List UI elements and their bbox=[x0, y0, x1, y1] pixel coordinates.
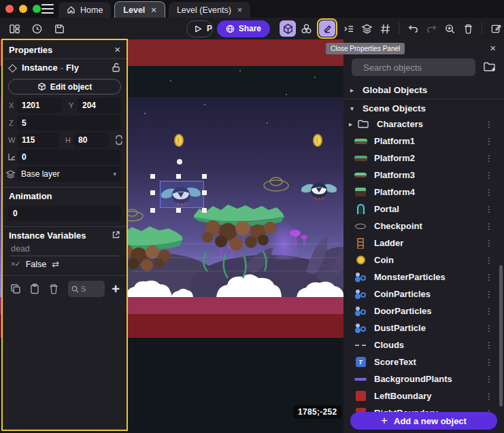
object-groups-icon[interactable] bbox=[298, 20, 314, 37]
selection-handle[interactable] bbox=[176, 174, 181, 179]
width-input[interactable] bbox=[17, 133, 58, 148]
object-row[interactable]: CoinParticles ⋮ bbox=[343, 285, 504, 302]
kebab-menu-icon[interactable]: ⋮ bbox=[485, 256, 493, 265]
group-global-objects[interactable]: ▸ Global Objects bbox=[343, 82, 504, 98]
grid-icon[interactable] bbox=[377, 20, 393, 37]
hamburger-menu-icon[interactable] bbox=[41, 4, 54, 14]
delete-trash-icon[interactable] bbox=[460, 20, 476, 37]
tab-level[interactable]: Level × bbox=[114, 1, 165, 18]
open-variables-editor-icon[interactable] bbox=[112, 230, 120, 239]
panels-layout-icon[interactable] bbox=[6, 20, 22, 37]
object-row[interactable]: Platform3 ⋮ bbox=[343, 167, 504, 184]
object-row[interactable]: Platform1 ⋮ bbox=[343, 133, 504, 150]
kebab-menu-icon[interactable]: ⋮ bbox=[485, 392, 493, 401]
add-folder-icon[interactable] bbox=[483, 60, 497, 73]
undo-icon[interactable] bbox=[405, 20, 421, 37]
kebab-menu-icon[interactable]: ⋮ bbox=[485, 358, 493, 367]
fly-instance[interactable] bbox=[301, 179, 337, 202]
selection-handle[interactable] bbox=[202, 208, 207, 213]
variables-search-input[interactable] bbox=[81, 285, 97, 293]
object-row[interactable]: LeftBoundary ⋮ bbox=[343, 387, 504, 404]
close-panel-icon[interactable]: × bbox=[490, 42, 496, 54]
objects-3d-icon[interactable] bbox=[280, 20, 296, 37]
object-row[interactable]: DoorParticles ⋮ bbox=[343, 302, 504, 319]
object-row[interactable]: DustParticle ⋮ bbox=[343, 319, 504, 336]
scrollbar[interactable] bbox=[499, 265, 503, 406]
history-icon[interactable] bbox=[29, 20, 45, 37]
kebab-menu-icon[interactable]: ⋮ bbox=[485, 205, 493, 214]
coin-instance[interactable] bbox=[313, 134, 322, 147]
kebab-menu-icon[interactable]: ⋮ bbox=[485, 324, 493, 333]
kebab-menu-icon[interactable]: ⋮ bbox=[485, 137, 493, 146]
z-input[interactable] bbox=[17, 116, 121, 131]
copy-icon[interactable] bbox=[10, 283, 22, 295]
object-row[interactable]: Platform2 ⋮ bbox=[343, 150, 504, 167]
toggle-value-icon[interactable]: ⇄ bbox=[52, 259, 59, 269]
object-row[interactable]: Checkpoint ⋮ bbox=[343, 218, 504, 235]
zoom-window-button[interactable] bbox=[33, 5, 41, 13]
trash-icon[interactable] bbox=[48, 283, 60, 295]
edit-scene-properties-icon[interactable] bbox=[488, 20, 504, 37]
add-object-button[interactable]: + Add a new object bbox=[350, 412, 497, 430]
y-input[interactable] bbox=[78, 98, 121, 113]
object-row[interactable]: T ScoreText ⋮ bbox=[343, 353, 504, 370]
save-icon[interactable] bbox=[51, 20, 67, 37]
kebab-menu-icon[interactable]: ⋮ bbox=[485, 120, 493, 129]
angle-input[interactable] bbox=[17, 150, 121, 164]
layer-select[interactable]: Base layer ▾ bbox=[16, 167, 121, 181]
object-row[interactable]: Platform4 ⋮ bbox=[343, 184, 504, 201]
link-dimensions-icon[interactable] bbox=[115, 135, 123, 145]
instances-list-icon[interactable] bbox=[340, 20, 356, 37]
object-row[interactable]: Ladder ⋮ bbox=[343, 235, 504, 252]
selection-handle[interactable] bbox=[150, 190, 155, 195]
kebab-menu-icon[interactable]: ⋮ bbox=[485, 171, 493, 180]
redo-icon[interactable] bbox=[423, 20, 439, 37]
paste-icon[interactable] bbox=[29, 283, 41, 295]
object-row[interactable]: Coin ⋮ bbox=[343, 252, 504, 269]
kebab-menu-icon[interactable]: ⋮ bbox=[485, 307, 493, 316]
selection-handle[interactable] bbox=[150, 174, 155, 179]
object-row[interactable]: RightBoundary ⋮ bbox=[343, 404, 504, 412]
kebab-menu-icon[interactable]: ⋮ bbox=[485, 375, 493, 384]
variable-value-row[interactable]: ×✓ False ⇄ bbox=[11, 259, 59, 269]
variable-name[interactable]: dead bbox=[11, 244, 118, 256]
kebab-menu-icon[interactable]: ⋮ bbox=[485, 341, 493, 350]
close-panel-icon[interactable]: × bbox=[114, 44, 120, 55]
close-window-button[interactable] bbox=[5, 5, 14, 13]
share-button[interactable]: Share bbox=[217, 20, 270, 37]
add-variable-button[interactable]: + bbox=[112, 281, 120, 297]
kebab-menu-icon[interactable]: ⋮ bbox=[485, 273, 493, 282]
close-tab-icon[interactable]: × bbox=[237, 5, 243, 15]
kebab-menu-icon[interactable]: ⋮ bbox=[485, 290, 493, 299]
layers-icon[interactable] bbox=[358, 20, 375, 37]
selection-handle[interactable] bbox=[202, 190, 207, 195]
group-scene-objects[interactable]: ▾ Scene Objects bbox=[343, 100, 504, 116]
checkpoint-instance[interactable] bbox=[263, 174, 290, 192]
tab-home[interactable]: Home bbox=[58, 2, 111, 18]
selection-handle[interactable] bbox=[176, 208, 181, 213]
object-row[interactable]: Clouds ⋮ bbox=[343, 336, 504, 353]
kebab-menu-icon[interactable]: ⋮ bbox=[485, 188, 493, 197]
object-row[interactable]: MonsterParticles ⋮ bbox=[343, 269, 504, 285]
object-row-folder[interactable]: ▸ Characters ⋮ bbox=[343, 116, 504, 133]
tab-level-events[interactable]: Level (Events) × bbox=[169, 2, 251, 18]
edit-object-button[interactable]: Edit object bbox=[8, 79, 121, 94]
object-row[interactable]: BackgroundPlants ⋮ bbox=[343, 370, 504, 387]
properties-panel-toggle-pencil-icon[interactable] bbox=[319, 20, 335, 37]
minimize-window-button[interactable] bbox=[19, 5, 27, 13]
kebab-menu-icon[interactable]: ⋮ bbox=[485, 222, 493, 231]
height-input[interactable] bbox=[73, 133, 109, 148]
variables-search-box[interactable] bbox=[68, 281, 105, 297]
objects-search-box[interactable] bbox=[352, 58, 475, 76]
selection-handle[interactable] bbox=[150, 208, 155, 213]
object-row[interactable]: Portal ⋮ bbox=[343, 201, 504, 218]
close-tab-icon[interactable]: × bbox=[151, 5, 156, 15]
zoom-in-icon[interactable] bbox=[441, 20, 458, 37]
animation-input[interactable] bbox=[8, 206, 121, 221]
unlock-icon[interactable] bbox=[112, 63, 120, 72]
x-input[interactable] bbox=[17, 98, 62, 113]
kebab-menu-icon[interactable]: ⋮ bbox=[485, 239, 493, 248]
kebab-menu-icon[interactable]: ⋮ bbox=[485, 154, 493, 163]
selection-handle[interactable] bbox=[202, 174, 207, 179]
objects-search-input[interactable] bbox=[363, 63, 483, 73]
